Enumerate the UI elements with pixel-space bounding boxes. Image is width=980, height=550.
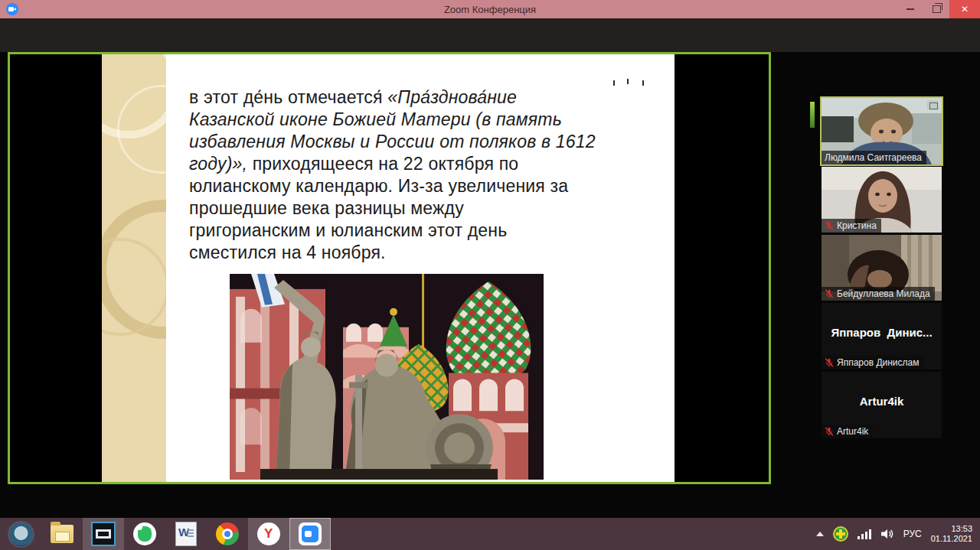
zoom-taskbar-button[interactable]	[289, 518, 331, 550]
participant-tile-yapparov[interactable]: Яппаров Динис... Яппаров Динислам	[822, 303, 942, 369]
participant-tile-kristina[interactable]: Кристина	[822, 167, 942, 233]
network-signal-icon[interactable]	[858, 529, 871, 539]
media-player-button[interactable]	[83, 518, 124, 550]
participant-tile-milada[interactable]: Бейдуллаева Милада	[822, 235, 942, 301]
slide-text-line: прошедшие века разницы между	[189, 197, 664, 220]
participant-name: Яппаров Динислам	[837, 357, 919, 368]
tile-overlay-icon[interactable]	[927, 100, 939, 110]
word-button[interactable]	[165, 518, 207, 550]
participant-name: Людмила Саитгареева	[825, 152, 922, 163]
participant-name: Кристина	[837, 220, 877, 231]
zoom-camera-icon	[299, 522, 322, 545]
presentation-slide: в этот де́нь отмечается́ «Пра́зднова́ние…	[102, 54, 675, 482]
participant-name: Бейдуллаева Милада	[837, 288, 930, 299]
file-explorer-button[interactable]	[41, 518, 83, 550]
desktop-background	[0, 18, 980, 52]
speaker-icon[interactable]	[880, 528, 894, 540]
evernote-icon	[133, 522, 156, 545]
muted-mic-icon	[825, 427, 834, 436]
folder-icon	[51, 525, 74, 543]
chrome-button[interactable]	[207, 518, 248, 550]
restore-icon	[933, 5, 941, 13]
film-icon	[91, 522, 116, 546]
participant-nameplate: Яппаров Динислам	[822, 356, 923, 369]
window-title: Zoom Конференция	[0, 4, 980, 15]
cropped-text-artifact	[613, 80, 615, 86]
clock-date: 01.11.2021	[931, 534, 972, 544]
slide-text-line: избавления Москвы и России от поляков в …	[189, 131, 664, 153]
slide-text-line: юлианскому календарю. Из-за увеличения з…	[189, 175, 664, 197]
muted-mic-icon	[825, 358, 834, 367]
slide-text-line: григорианским и юлианским этот день	[189, 220, 664, 242]
cropped-text-artifact	[627, 79, 629, 84]
chrome-icon	[216, 522, 239, 545]
start-menu-icon	[9, 522, 33, 546]
participant-display-name: Яппаров Динис...	[822, 326, 942, 339]
participant-nameplate: Artur4ik	[822, 425, 873, 438]
participant-nameplate: Бейдуллаева Милада	[822, 287, 935, 301]
slide-decorative-band	[102, 54, 166, 482]
muted-mic-icon	[825, 289, 834, 298]
participant-tile-artur4ik[interactable]: Artur4ik Artur4ik	[822, 372, 942, 438]
start-button[interactable]	[0, 518, 41, 550]
evernote-button[interactable]	[124, 518, 165, 550]
participant-name: Artur4ik	[837, 426, 868, 437]
participant-display-name: Artur4ik	[822, 395, 942, 408]
language-indicator[interactable]: РУС	[903, 529, 922, 539]
slide-text: в этот де́нь отмечается́ «Пра́зднова́ние…	[189, 86, 664, 264]
panel-edge-highlight	[810, 102, 815, 128]
antivirus-tray-icon[interactable]	[833, 526, 848, 542]
cropped-text-artifact	[642, 80, 644, 86]
clock-time: 13:53	[931, 524, 972, 534]
windows-taskbar: РУС 13:53 01.11.2021	[0, 518, 980, 550]
word-icon	[175, 522, 197, 546]
hidden-icons-caret[interactable]	[816, 532, 824, 536]
participant-nameplate: Людмила Саитгареева	[822, 151, 926, 164]
system-tray: РУС 13:53 01.11.2021	[816, 524, 980, 544]
screen-share-region: в этот де́нь отмечается́ «Пра́зднова́ние…	[8, 52, 771, 484]
window-titlebar[interactable]: Zoom Конференция ✕	[0, 0, 980, 18]
participant-nameplate: Кристина	[822, 219, 881, 233]
participant-tile-lyudmila[interactable]: Людмила Саитгареева	[822, 98, 942, 164]
yandex-icon	[257, 522, 280, 545]
yandex-browser-button[interactable]	[248, 518, 289, 550]
slide-text-line: Казанской иконе Божией Матери (в память	[189, 109, 664, 131]
slide-text-line: году)», приходящееся на 22 октября по	[189, 153, 664, 175]
muted-mic-icon	[825, 221, 834, 230]
slide-photo-monument	[230, 274, 544, 480]
clock[interactable]: 13:53 01.11.2021	[931, 524, 972, 544]
slide-text-line: сместился на 4 ноября.	[189, 242, 664, 264]
slide-text-line: в этот де́нь отмечается́ «Пра́зднова́ние	[189, 86, 664, 109]
